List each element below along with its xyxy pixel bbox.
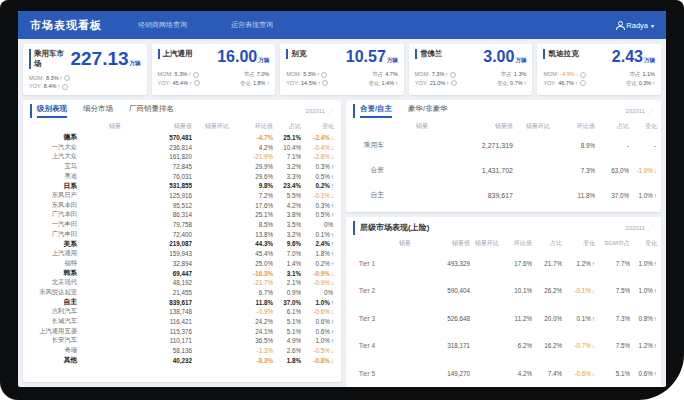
mom-value: -0.9% — [242, 308, 273, 315]
row-label: Tier 1 — [353, 260, 380, 267]
table-row[interactable]: 北京现代 48,192 -21.7% 2.1% -0.9%↓ — [30, 278, 334, 288]
share-value: - — [595, 142, 629, 149]
trend-arrow-icon: ↑ — [331, 163, 334, 170]
change-value: 0.5%↑ — [301, 173, 334, 180]
table-row[interactable]: 乘用车 2,271,319 8.9% - - — [353, 133, 654, 158]
table-row[interactable]: 宝马 72,845 29.9% 3.2% 0.3%↑ — [30, 162, 334, 172]
kpi-card[interactable]: 别克 10.57万辆 MOM:5.3%↑ YOY:14.5%↑ 市占4.7% 变… — [280, 44, 404, 95]
info-icon[interactable] — [193, 72, 199, 78]
expand-icon[interactable]: ⋰ — [328, 107, 334, 114]
kpi-name: 乘用车市场 — [29, 49, 70, 69]
table-row[interactable]: 广汽本田 86,314 25.1% 3.8% 0.5%↑ — [30, 210, 334, 220]
mom-value: -8.3% — [242, 357, 273, 364]
table-row[interactable]: 德系 570,481 -4.7% 25.1% -2.4%↓ — [30, 133, 334, 143]
trend-arrow-icon: ↓ — [331, 270, 334, 277]
sales-value: 161,820 — [148, 153, 192, 160]
panel-tab[interactable]: 厂商销量排名 — [129, 104, 174, 118]
mom-value: 36.5% — [242, 337, 273, 344]
info-icon[interactable] — [451, 80, 457, 86]
panel-tab[interactable]: 合资/自主 — [360, 104, 392, 118]
row-label: 广汽本田 — [30, 210, 82, 219]
trend-arrow-icon: ↓ — [331, 357, 334, 364]
trend-arrow-icon: ↑ — [395, 80, 398, 86]
kpi-yoy: YOY:8.4%↑ — [29, 82, 70, 91]
table-row[interactable]: Tier 3 526,648 11.2% 20.0% 0.1%↑ 7.3% 0.… — [353, 305, 654, 333]
table-row[interactable]: 合资 1,431,702 7.3% 63.0% -1.0%↓ — [353, 158, 654, 183]
row-label: 自主 — [353, 190, 389, 200]
table-row[interactable]: Tier 5 149,270 4.2% 7.4% -0.6%↓ 5.1% 0.6… — [353, 360, 654, 387]
panel-tab[interactable]: 豪华/非豪华 — [408, 104, 448, 118]
share-value: 10.4% — [273, 144, 301, 151]
panel-tab[interactable]: 细分市场 — [83, 104, 113, 118]
trend-arrow-icon: ↑ — [331, 250, 334, 257]
table-row[interactable]: 日系 531,855 9.8% 23.4% 0.2%↑ — [30, 181, 334, 191]
kpi-card[interactable]: 凯迪拉克 2.43万辆 MOM:-4.9%↓ YOY:46.7%↑ 市占1.1%… — [537, 44, 661, 95]
row-label: 宝马 — [30, 162, 82, 171]
table-row[interactable]: 韩系 69,447 -16.3% 3.1% -0.9%↓ — [30, 268, 334, 278]
table-row[interactable]: 自主 839,617 11.8% 37.0% 1.0%↑ — [30, 297, 334, 307]
trend-arrow-icon: ↑ — [331, 299, 334, 306]
info-icon[interactable] — [322, 80, 328, 86]
info-icon[interactable] — [64, 75, 70, 81]
table-header: 销量 销量值 销量环比 环比值 占比 变化 SGM市占 变化 — [353, 238, 654, 250]
info-icon[interactable] — [580, 80, 586, 86]
nav-tab[interactable]: 经销商网络查询 — [138, 20, 187, 30]
table-row[interactable]: 一汽大众 236,814 4.2% 10.4% -0.4%↓ — [30, 142, 334, 152]
expand-icon[interactable]: ⋰ — [648, 224, 654, 231]
change-value: 2.4%↑ — [301, 240, 334, 247]
table-row[interactable]: 福特 32,894 25.0% 1.4% 0.2%↑ — [30, 258, 334, 268]
trend-arrow-icon: ↓ — [331, 279, 334, 286]
table-row[interactable]: 长城汽车 116,421 24.2% 5.1% 0.6%↑ — [30, 317, 334, 327]
info-icon[interactable] — [194, 80, 200, 86]
table-row[interactable]: 东风本田 95,512 17.6% 4.2% 0.3%↑ — [30, 200, 334, 210]
main-area: 级别表现细分市场厂商销量排名 202011 ⋰ 销量 销量值 销量环比 环比值 … — [18, 95, 666, 387]
info-icon[interactable] — [580, 72, 586, 78]
kpi-unit: 万辆 — [515, 57, 526, 63]
panel-tabs: 合资/自主豪华/非豪华 — [360, 104, 625, 118]
table-row[interactable]: 奥迪 76,031 29.6% 3.3% 0.5%↑ — [30, 171, 334, 181]
table-row[interactable]: 长安汽车 110,171 36.5% 4.9% 1.0%↑ — [30, 336, 334, 346]
info-icon[interactable] — [321, 72, 327, 78]
expand-icon[interactable]: ⋰ — [648, 107, 654, 114]
table-row[interactable]: 东风日产 125,916 7.2% 5.5% -0.1%↓ — [30, 191, 334, 201]
trend-arrow-icon: ↑ — [266, 80, 269, 86]
share-value: 25.1% — [273, 134, 301, 141]
table-row[interactable]: 奇瑞 58,136 -1.3% 2.6% -0.5%↓ — [30, 346, 334, 356]
trend-arrow-icon: ↑ — [331, 260, 334, 267]
row-label: 一汽大众 — [30, 143, 82, 152]
info-icon[interactable] — [450, 72, 456, 78]
kpi-card[interactable]: 上汽通用 16.00万辆 MOM:5.3%↑ YOY:45.4%↑ 市占7.0%… — [152, 44, 276, 95]
change-value: 1.0%↑ — [301, 337, 334, 344]
change-value: 0.1%↑ — [301, 231, 334, 238]
table-row[interactable]: 广汽丰田 72,400 13.8% 3.2% 0.1%↑ — [30, 229, 334, 239]
table-row[interactable]: 东风悦达起亚 21,455 6.7% 0.9% 0% — [30, 288, 334, 298]
trend-arrow-icon: ↓ — [331, 134, 334, 141]
table-row[interactable]: 自主 839,617 11.8% 37.0% 1.0%↑ — [353, 183, 654, 208]
table-row[interactable]: Tier 4 318,171 6.2% 16.2% -0.7%↓ 7.5% 1.… — [353, 332, 654, 360]
table-row[interactable]: 其他 40,232 -8.3% 1.8% -0.8%↓ — [30, 355, 334, 365]
table-row[interactable]: 上汽通用五菱 115,376 24.1% 5.1% 0.6%↑ — [30, 326, 334, 336]
kpi-card[interactable]: 雪佛兰 3.00万辆 MOM:7.3%↑ YOY:21.0%↑ 市占1.3% 变… — [409, 44, 533, 95]
user-menu[interactable]: Radya ▾ — [615, 21, 654, 30]
share-value: 37.0% — [595, 192, 629, 199]
table-row[interactable]: 吉利汽车 138,748 -0.9% 6.1% -0.6%↓ — [30, 307, 334, 317]
nav-tab[interactable]: 运营表现查询 — [231, 20, 273, 30]
segment-performance-panel: 级别表现细分市场厂商销量排名 202011 ⋰ 销量 销量值 销量环比 环比值 … — [23, 100, 341, 382]
table-row[interactable]: Tier 2 590,404 10.1% 26.2% -0.1%↓ 7.5% 1… — [353, 277, 654, 305]
share-value: 3.3% — [273, 173, 301, 180]
trend-arrow-icon: ↑ — [331, 318, 334, 325]
table-row[interactable]: 美系 219,087 44.3% 9.6% 2.4%↑ — [30, 239, 334, 249]
trend-arrow-icon: ↓ — [331, 192, 334, 199]
change-value: 0.2%↑ — [301, 260, 334, 267]
table-row[interactable]: 上汽通用 159,943 45.4% 7.0% 1.8%↑ — [30, 249, 334, 259]
info-icon[interactable] — [62, 84, 68, 90]
panel-tab[interactable]: 级别表现 — [37, 104, 67, 118]
kpi-card[interactable]: 乘用车市场 227.13万辆 MOM:8.3%↑ YOY:8.4%↑ — [23, 44, 147, 95]
row-label: Tier 3 — [353, 315, 380, 322]
sales-value: 32,894 — [148, 260, 192, 267]
table-row[interactable]: 一汽丰田 79,758 8.5% 3.5% 0% — [30, 220, 334, 230]
table-row[interactable]: 上汽大众 161,820 -21.9% 7.1% -2.8%↓ — [30, 152, 334, 162]
mom-value: 8.5% — [242, 221, 273, 228]
table-row[interactable]: Tier 1 493,329 17.6% 21.7% 1.2%↑ 7.7% 1.… — [353, 250, 654, 278]
change-value: -2.4%↓ — [301, 134, 334, 141]
